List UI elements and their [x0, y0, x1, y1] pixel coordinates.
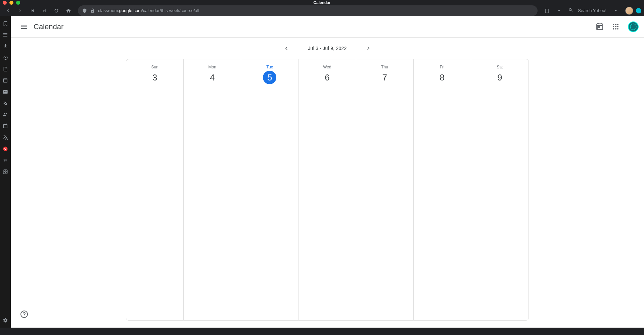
date-navigation: Jul 3 - Jul 9, 2022 [11, 38, 644, 59]
calendar-column[interactable]: Sun3 [126, 59, 184, 320]
day-number: 8 [435, 71, 449, 84]
day-number: 9 [493, 71, 506, 84]
day-name: Thu [381, 65, 388, 69]
shield-icon [82, 8, 87, 13]
window-panel-icon[interactable] [2, 77, 9, 84]
calendar-grid: Sun3Mon4Tue5Wed6Thu7Fri8Sat9 [126, 59, 529, 321]
app-header: Calendar [11, 16, 644, 38]
rewind-button[interactable] [27, 5, 38, 16]
maximize-window-button[interactable] [16, 1, 20, 5]
reading-list-icon[interactable] [2, 32, 9, 38]
account-avatar[interactable] [628, 21, 639, 32]
calendar-column[interactable]: Thu7 [356, 59, 414, 320]
day-number: 4 [205, 71, 219, 84]
search-icon [568, 8, 573, 14]
forward-button[interactable] [15, 5, 26, 16]
close-window-button[interactable] [3, 1, 7, 5]
bookmark-button[interactable] [542, 5, 552, 16]
day-name: Sat [497, 65, 503, 69]
calendar-column[interactable]: Mon4 [184, 59, 241, 320]
svg-point-0 [3, 147, 7, 151]
translate-panel-icon[interactable] [2, 134, 9, 141]
bookmarks-panel-icon[interactable] [2, 20, 9, 27]
app-content: Calendar Jul 3 - Jul 9, 2022 Sun3Mon4Tu [11, 16, 644, 328]
minimize-window-button[interactable] [9, 1, 13, 5]
day-number: 5 [263, 71, 276, 84]
day-number: 6 [320, 71, 334, 84]
day-name: Tue [266, 65, 273, 69]
app-title: Calendar [34, 22, 63, 31]
search-area[interactable]: Search Yahoo! [566, 8, 609, 14]
url-bar[interactable]: classroom.google.com/calendar/this-week/… [78, 5, 538, 16]
lock-icon [90, 8, 95, 13]
back-button[interactable] [3, 5, 13, 16]
search-placeholder: Search Yahoo! [578, 8, 606, 13]
mail-panel-icon[interactable] [2, 89, 9, 95]
day-name: Sun [151, 65, 158, 69]
date-range-label: Jul 3 - Jul 9, 2022 [308, 46, 347, 51]
vivaldi-panel-icon[interactable] [2, 146, 9, 152]
previous-week-button[interactable] [281, 43, 292, 54]
day-number: 3 [148, 71, 162, 84]
history-panel-icon[interactable] [2, 54, 9, 61]
feeds-panel-icon[interactable] [2, 100, 9, 107]
fast-forward-button[interactable] [39, 5, 50, 16]
home-button[interactable] [63, 5, 74, 16]
add-panel-icon[interactable] [2, 168, 9, 175]
window-controls [3, 1, 20, 5]
calendar-column[interactable]: Tue5 [241, 59, 298, 320]
settings-panel-icon[interactable] [2, 317, 9, 324]
url-text: classroom.google.com/calendar/this-week/… [98, 8, 534, 13]
profile-avatar-toolbar[interactable] [625, 7, 633, 15]
reload-button[interactable] [51, 5, 62, 16]
contacts-panel-icon[interactable] [2, 111, 9, 118]
toolbar-extension-icon[interactable] [636, 8, 641, 13]
day-number: 7 [378, 71, 392, 84]
browser-toolbar: classroom.google.com/calendar/this-week/… [0, 5, 644, 16]
svg-rect-1 [598, 26, 600, 28]
google-apps-button[interactable] [609, 20, 623, 34]
tab-title: Calendar [313, 0, 330, 5]
downloads-panel-icon[interactable] [2, 43, 9, 50]
calendar-panel-icon[interactable] [2, 123, 9, 129]
help-button[interactable] [17, 308, 31, 321]
next-week-button[interactable] [363, 43, 374, 54]
search-engine-dropdown[interactable] [610, 5, 621, 16]
open-google-calendar-button[interactable] [593, 20, 606, 34]
day-name: Fri [440, 65, 445, 69]
wikipedia-panel-icon[interactable]: W [2, 157, 9, 164]
day-name: Wed [323, 65, 331, 69]
calendar-column[interactable]: Wed6 [298, 59, 356, 320]
browser-chrome: Calendar classroom.google. [0, 0, 644, 16]
bookmark-dropdown[interactable] [554, 5, 564, 16]
day-name: Mon [209, 65, 216, 69]
browser-side-panel: W [0, 16, 11, 328]
notes-panel-icon[interactable] [2, 66, 9, 72]
menu-button[interactable] [16, 19, 32, 35]
calendar-column[interactable]: Sat9 [471, 59, 528, 320]
titlebar: Calendar [0, 0, 644, 5]
calendar-column[interactable]: Fri8 [414, 59, 471, 320]
